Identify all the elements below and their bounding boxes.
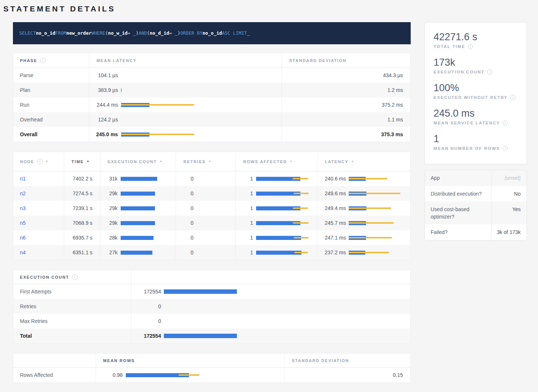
node-link[interactable]: n4 [20,250,26,255]
info-icon[interactable]: i [503,146,508,151]
count-row-label: Max Retries [13,314,131,329]
stddev-line [293,207,308,209]
table-title-execution-count: EXECUTION COUNT i [13,270,131,284]
sql-keyword: SELECT [19,30,36,37]
stddev-line [349,178,387,179]
column-header-label: ROWS AFFECTED [243,159,287,164]
node-time: 7068.9 s [64,216,100,230]
property-value: 3k of 173k [492,224,527,240]
latency-bar [121,133,278,137]
sql-keyword: AND [139,30,147,37]
table-row-total: Total 172554 [13,329,410,343]
stat-value: 42271.6 s [434,31,518,43]
stddev-line [349,252,389,253]
execution-count-bar [121,251,172,255]
mean-latency-value: 104.1 µs [89,72,121,78]
column-header-time[interactable]: TIME ▼ [64,152,100,171]
sql-statement-box: SELECT no_o_id FROM new_order WHERE (no_… [13,22,411,44]
sql-identifier: no_w_id [108,30,128,37]
property-label: Distributed execution? [425,186,492,202]
execution-count-value: 27k [100,250,121,255]
execution-count-bar [121,177,172,181]
info-icon[interactable]: i [503,120,508,125]
retries-bar [196,192,232,196]
rows-affected-label: Rows Affected [13,368,96,382]
column-header-node[interactable]: NODE i ▼ [13,152,64,171]
node-time: 7402.2 s [64,171,100,186]
latency-value: 240.6 ms [317,176,349,182]
retries-value: 0 [176,235,196,241]
stddev-line [293,178,308,179]
sql-text: = _) [169,30,180,37]
sort-arrow-icon: ▼ [290,160,293,163]
stat-value: 245.0 ms [434,108,518,119]
mean-rows-bar [126,373,280,377]
count-value: 172554 [131,333,164,339]
stat-mean-number-of-rows: 1 MEAN NUMBER OF ROWSi [434,133,518,151]
execution-count-value: 29k [100,190,121,196]
count-value: 172554 [131,289,164,295]
count-row-label: First Attempts [13,284,131,299]
latency-bar [121,88,278,92]
table-row-node: n5 7068.9 s 29k 0 1 245.7 ms [13,216,410,230]
info-icon[interactable]: i [40,58,46,63]
info-icon[interactable]: i [72,274,77,280]
node-time: 6351.1 s [64,245,100,260]
table-row-run: Run 244.4 ms 375.2 ms [13,97,410,112]
column-header-execution-count[interactable]: EXECUTION COUNT ▼ [100,152,176,171]
sql-identifier: no_d_id [150,30,169,37]
column-header-phase: PHASE i [13,53,89,68]
rows-affected-bar [256,236,314,240]
info-icon[interactable]: i [487,69,492,75]
node-link[interactable]: n1 [20,176,26,182]
stddev-value: 1.2 ms [282,83,410,97]
mean-latency-value: 244.4 ms [89,102,121,108]
rows-affected-bar [256,221,314,225]
column-header-label: LATENCY [325,159,348,164]
table-row-overall: Overall 245.0 ms 375.3 ms [13,127,410,142]
node-link[interactable]: n3 [20,205,26,211]
column-header-label: STANDARD DEVIATION [292,358,349,363]
sort-arrow-icon: ▼ [351,160,354,163]
stat-label: EXECUTED WITHOUT RETRY [434,95,508,100]
node-link[interactable]: n2 [20,190,26,196]
stat-label: MEAN SERVICE LATENCY [434,121,500,125]
count-bar [121,177,157,181]
stddev-line [293,222,308,224]
info-icon[interactable]: i [468,44,473,49]
rows-affected-value: 1 [236,235,256,241]
table-row-retries: Retries 0 [13,299,410,314]
column-header-rows-affected[interactable]: ROWS AFFECTED ▼ [235,152,317,171]
column-header-label: PHASE [20,58,37,63]
stddev-line [294,193,308,194]
count-bar [164,304,407,309]
mean-latency-value: 383.9 µs [89,87,121,93]
property-value: (unset) [492,170,527,186]
rows-affected-value: 1 [236,176,256,182]
node-link[interactable]: n5 [20,220,26,226]
retries-bar [196,177,232,181]
execution-count-value: 28k [100,235,121,241]
stat-label: TOTAL TIME [434,44,465,49]
info-icon[interactable]: i [37,159,43,164]
column-header-retries[interactable]: RETRIES ▼ [176,152,235,171]
property-label: Failed? [425,224,492,240]
stddev-line [294,252,308,253]
summary-stats-card: 42271.6 s TOTAL TIMEi 173k EXECUTION COU… [424,22,527,164]
column-header-label: NODE [20,159,34,164]
latency-value: 237.2 ms [317,250,349,255]
node-time: 7274.5 s [64,186,100,201]
rows-affected-bar [256,192,314,196]
column-header-latency[interactable]: LATENCY ▼ [317,152,410,171]
stddev-line [294,237,308,238]
stat-total-time: 42271.6 s TOTAL TIMEi [434,31,518,49]
node-link[interactable]: n6 [20,235,26,241]
rows-affected-table: MEAN ROWS STANDARD DEVIATION Rows Affect… [13,353,411,383]
mean-latency-value: 124.2 µs [89,117,121,123]
column-header-mean-latency: MEAN LATENCY [89,53,282,68]
info-icon[interactable]: i [510,95,515,100]
phase-name: Parse [13,68,89,83]
table-row-node: n6 6935.7 s 28k 0 1 247.1 ms [13,230,410,245]
sql-keyword: ORDER BY [180,30,203,37]
stat-value: 100% [434,82,518,94]
